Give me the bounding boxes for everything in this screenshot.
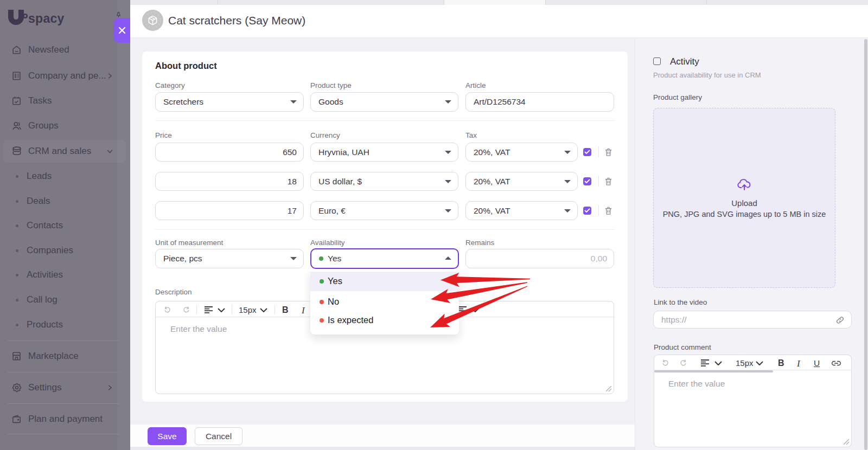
svg-text:spacy: spacy bbox=[28, 11, 65, 25]
